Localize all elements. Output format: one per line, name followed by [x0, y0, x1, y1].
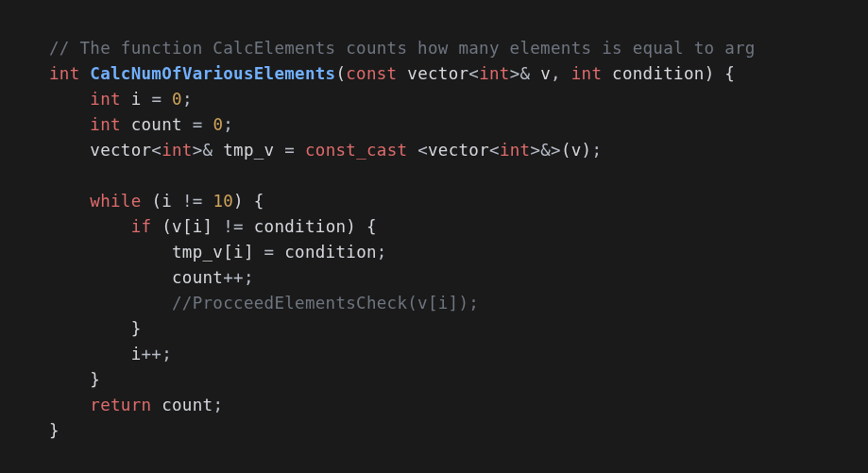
comment-line: // The function CalcElements counts how … — [49, 39, 756, 58]
paren-open: ( — [151, 192, 162, 211]
brace-open: { — [254, 192, 264, 211]
num-zero: 0 — [172, 90, 182, 109]
kw-int: int — [49, 64, 80, 83]
brace-close: } — [49, 421, 60, 440]
ident-count: count — [162, 396, 213, 414]
semicolon: ; — [223, 115, 233, 134]
type-vector: vector — [90, 141, 151, 160]
ident-i: i — [193, 217, 203, 236]
paren-open: ( — [162, 217, 172, 236]
brace-open: { — [724, 64, 735, 83]
comma: , — [551, 64, 561, 83]
semicolon: ; — [213, 396, 223, 414]
semicolon: ; — [377, 243, 387, 262]
op-eq: = — [264, 243, 275, 262]
ampersand: & — [203, 141, 213, 160]
paren-close: ) — [705, 64, 715, 83]
code-block: // The function CalcElements counts how … — [0, 0, 868, 473]
semicolon: ; — [162, 345, 172, 363]
param-v: v — [571, 141, 582, 160]
semicolon: ; — [182, 90, 193, 109]
op-ne: != — [182, 192, 203, 211]
kw-int: int — [90, 90, 121, 109]
type-int: int — [162, 141, 193, 160]
paren-close: ) — [582, 141, 592, 160]
op-ne: != — [223, 217, 244, 236]
angle-open: < — [151, 141, 162, 160]
ident-tmp-v: tmp_v — [172, 243, 223, 262]
bracket-open: [ — [182, 217, 193, 236]
param-v: v — [172, 217, 182, 236]
angle-close: > — [193, 141, 203, 160]
commented-call: //ProcceedElementsCheck(v[i]); — [172, 294, 479, 313]
kw-int: int — [571, 64, 603, 83]
ident-i: i — [233, 243, 244, 262]
kw-int: int — [90, 115, 121, 134]
ampersand: & — [520, 64, 531, 83]
ident-i: i — [162, 192, 172, 211]
type-vector: vector — [428, 141, 489, 160]
semicolon: ; — [244, 268, 254, 287]
op-eq: = — [284, 141, 295, 160]
brace-close: } — [131, 319, 142, 338]
brace-open: { — [366, 217, 377, 236]
type-vector: vector — [407, 64, 468, 83]
angle-close: > — [530, 141, 540, 160]
op-eq: = — [151, 90, 162, 109]
kw-if: if — [131, 217, 152, 236]
bracket-close: ] — [244, 243, 254, 262]
bracket-close: ] — [203, 217, 213, 236]
paren-close: ) — [233, 192, 244, 211]
kw-const: const — [346, 64, 397, 83]
param-v: v — [540, 64, 551, 83]
op-eq: = — [193, 115, 203, 134]
angle-open: < — [489, 141, 500, 160]
type-int: int — [479, 64, 510, 83]
paren-open: ( — [335, 64, 346, 83]
angle-close: > — [510, 64, 520, 83]
brace-close: } — [90, 370, 100, 389]
param-condition: condition — [254, 217, 347, 236]
op-plusplus: ++ — [142, 345, 162, 363]
num-ten: 10 — [213, 192, 233, 211]
paren-close: ) — [346, 217, 356, 236]
kw-return: return — [90, 396, 151, 414]
ident-tmp-v: tmp_v — [223, 141, 274, 160]
ident-i: i — [131, 90, 142, 109]
bracket-open: [ — [223, 243, 233, 262]
param-condition: condition — [284, 243, 377, 262]
ident-i: i — [131, 345, 142, 363]
angle-open: < — [468, 64, 479, 83]
num-zero: 0 — [213, 115, 223, 134]
angle-open: < — [417, 141, 428, 160]
param-condition: condition — [612, 64, 705, 83]
function-name: CalcNumOfVariousElements — [90, 64, 335, 83]
kw-while: while — [90, 192, 141, 211]
kw-const-cast: const_cast — [305, 141, 407, 160]
ident-count: count — [172, 268, 223, 287]
ampersand: & — [540, 141, 551, 160]
type-int: int — [500, 141, 531, 160]
semicolon: ; — [591, 141, 602, 160]
op-plusplus: ++ — [223, 268, 244, 287]
ident-count: count — [131, 115, 182, 134]
paren-open: ( — [561, 141, 571, 160]
angle-close: > — [551, 141, 561, 160]
